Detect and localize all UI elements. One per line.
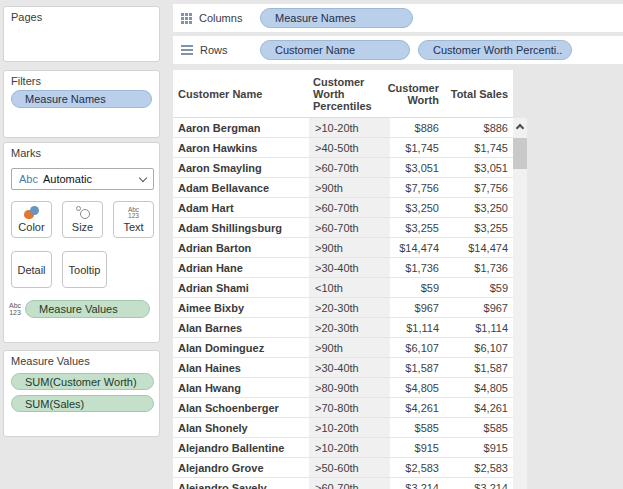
customer-worth-cell[interactable]: $4,261	[390, 398, 446, 417]
tooltip-button[interactable]: Tooltip	[62, 251, 107, 288]
total-sales-cell[interactable]: $7,756	[446, 178, 513, 197]
customer-worth-cell[interactable]: $3,214	[390, 478, 446, 489]
percentile-cell[interactable]: >60-70th	[305, 218, 390, 237]
customer-worth-cell[interactable]: $915	[390, 438, 446, 457]
customer-name-cell[interactable]: Adrian Shami	[173, 278, 305, 297]
columns-pill-measure-names[interactable]: Measure Names	[260, 8, 413, 28]
customer-name-cell[interactable]: Alan Schoenberger	[173, 398, 305, 417]
customer-name-cell[interactable]: Adrian Hane	[173, 258, 305, 277]
rows-list-icon	[181, 45, 193, 55]
customer-name-cell[interactable]: Alejandro Ballentine	[173, 438, 305, 457]
total-sales-cell[interactable]: $585	[446, 418, 513, 437]
text-button[interactable]: Abc 123 Text	[113, 201, 154, 238]
customer-name-cell[interactable]: Alan Barnes	[173, 318, 305, 337]
percentile-cell[interactable]: >90th	[305, 238, 390, 257]
scroll-up-button[interactable]	[513, 118, 527, 135]
total-sales-cell[interactable]: $14,474	[446, 238, 513, 257]
customer-name-cell[interactable]: Adam Bellavance	[173, 178, 305, 197]
percentile-cell[interactable]: >70-80th	[305, 398, 390, 417]
column-header-total-sales[interactable]: Total Sales	[446, 70, 513, 117]
total-sales-cell[interactable]: $4,805	[446, 378, 513, 397]
total-sales-cell[interactable]: $967	[446, 298, 513, 317]
percentile-cell[interactable]: >90th	[305, 178, 390, 197]
customer-worth-cell[interactable]: $1,745	[390, 138, 446, 157]
customer-name-cell[interactable]: Alejandro Savely	[173, 478, 305, 489]
columns-shelf[interactable]: Columns Measure Names	[173, 4, 623, 32]
customer-worth-cell[interactable]: $4,805	[390, 378, 446, 397]
total-sales-cell[interactable]: $4,261	[446, 398, 513, 417]
column-header-customer-worth-percentiles[interactable]: Customer Worth Percentiles	[305, 70, 390, 117]
column-header-customer-name[interactable]: Customer Name	[173, 70, 305, 117]
rows-shelf[interactable]: Rows Customer Name Customer Worth Percen…	[173, 36, 623, 64]
total-sales-cell[interactable]: $3,255	[446, 218, 513, 237]
total-sales-cell[interactable]: $1,736	[446, 258, 513, 277]
color-button[interactable]: Color	[11, 201, 52, 238]
mark-type-dropdown[interactable]: Abc Automatic	[11, 168, 154, 190]
percentile-cell[interactable]: >30-40th	[305, 258, 390, 277]
customer-worth-cell[interactable]: $585	[390, 418, 446, 437]
percentile-cell[interactable]: >10-20th	[305, 438, 390, 457]
percentile-cell[interactable]: <10th	[305, 278, 390, 297]
customer-worth-cell[interactable]: $14,474	[390, 238, 446, 257]
percentile-cell[interactable]: >10-20th	[305, 418, 390, 437]
rows-pill-customer-name[interactable]: Customer Name	[260, 40, 410, 60]
percentile-cell[interactable]: >60-70th	[305, 478, 390, 489]
customer-name-cell[interactable]: Aimee Bixby	[173, 298, 305, 317]
customer-worth-cell[interactable]: $59	[390, 278, 446, 297]
customer-worth-cell[interactable]: $3,051	[390, 158, 446, 177]
customer-name-cell[interactable]: Alan Dominguez	[173, 338, 305, 357]
customer-name-cell[interactable]: Adam Hart	[173, 198, 305, 217]
customer-worth-cell[interactable]: $1,736	[390, 258, 446, 277]
percentile-cell[interactable]: >50-60th	[305, 458, 390, 477]
customer-name-cell[interactable]: Alan Hwang	[173, 378, 305, 397]
percentile-cell[interactable]: >20-30th	[305, 318, 390, 337]
total-sales-cell[interactable]: $6,107	[446, 338, 513, 357]
scrollbar-thumb[interactable]	[513, 138, 527, 169]
detail-button[interactable]: Detail	[11, 251, 52, 288]
customer-name-cell[interactable]: Aaron Bergman	[173, 118, 305, 137]
total-sales-cell[interactable]: $2,583	[446, 458, 513, 477]
customer-name-cell[interactable]: Adrian Barton	[173, 238, 305, 257]
vertical-scrollbar[interactable]	[513, 118, 527, 489]
customer-name-cell[interactable]: Alejandro Grove	[173, 458, 305, 477]
percentile-cell[interactable]: >90th	[305, 338, 390, 357]
total-sales-cell[interactable]: $59	[446, 278, 513, 297]
total-sales-cell[interactable]: $3,214	[446, 478, 513, 489]
total-sales-cell[interactable]: $1,114	[446, 318, 513, 337]
percentile-cell[interactable]: >40-50th	[305, 138, 390, 157]
customer-name-cell[interactable]: Alan Shonely	[173, 418, 305, 437]
column-header-customer-worth[interactable]: Customer Worth	[390, 70, 446, 117]
total-sales-cell[interactable]: $3,051	[446, 158, 513, 177]
customer-name-cell[interactable]: Alan Haines	[173, 358, 305, 377]
customer-worth-cell[interactable]: $3,250	[390, 198, 446, 217]
percentile-cell[interactable]: >20-30th	[305, 298, 390, 317]
rows-pill-customer-worth-percentiles[interactable]: Customer Worth Percenti..	[418, 40, 572, 60]
measure-pill-sales[interactable]: SUM(Sales)	[11, 395, 154, 412]
filter-pill-measure-names[interactable]: Measure Names	[11, 90, 152, 108]
percentile-cell[interactable]: >10-20th	[305, 118, 390, 137]
total-sales-cell[interactable]: $3,250	[446, 198, 513, 217]
measure-pill-customer-worth[interactable]: SUM(Customer Worth)	[11, 373, 154, 390]
customer-worth-cell[interactable]: $886	[390, 118, 446, 137]
customer-name-cell[interactable]: Adam Shillingsburg	[173, 218, 305, 237]
marks-pill-measure-values[interactable]: Measure Values	[25, 300, 150, 318]
total-sales-cell[interactable]: $886	[446, 118, 513, 137]
total-sales-cell[interactable]: $1,745	[446, 138, 513, 157]
percentile-cell[interactable]: >60-70th	[305, 158, 390, 177]
customer-worth-cell[interactable]: $7,756	[390, 178, 446, 197]
size-button[interactable]: Size	[62, 201, 103, 238]
customer-name-cell[interactable]: Aaron Smayling	[173, 158, 305, 177]
customer-worth-cell[interactable]: $2,583	[390, 458, 446, 477]
total-sales-cell[interactable]: $1,587	[446, 358, 513, 377]
table-row: Alan Schoenberger >70-80th $4,261 $4,261	[173, 398, 513, 418]
total-sales-cell[interactable]: $915	[446, 438, 513, 457]
customer-worth-cell[interactable]: $967	[390, 298, 446, 317]
customer-worth-cell[interactable]: $3,255	[390, 218, 446, 237]
customer-worth-cell[interactable]: $1,114	[390, 318, 446, 337]
customer-worth-cell[interactable]: $1,587	[390, 358, 446, 377]
percentile-cell[interactable]: >30-40th	[305, 358, 390, 377]
customer-name-cell[interactable]: Aaron Hawkins	[173, 138, 305, 157]
percentile-cell[interactable]: >80-90th	[305, 378, 390, 397]
customer-worth-cell[interactable]: $6,107	[390, 338, 446, 357]
percentile-cell[interactable]: >60-70th	[305, 198, 390, 217]
